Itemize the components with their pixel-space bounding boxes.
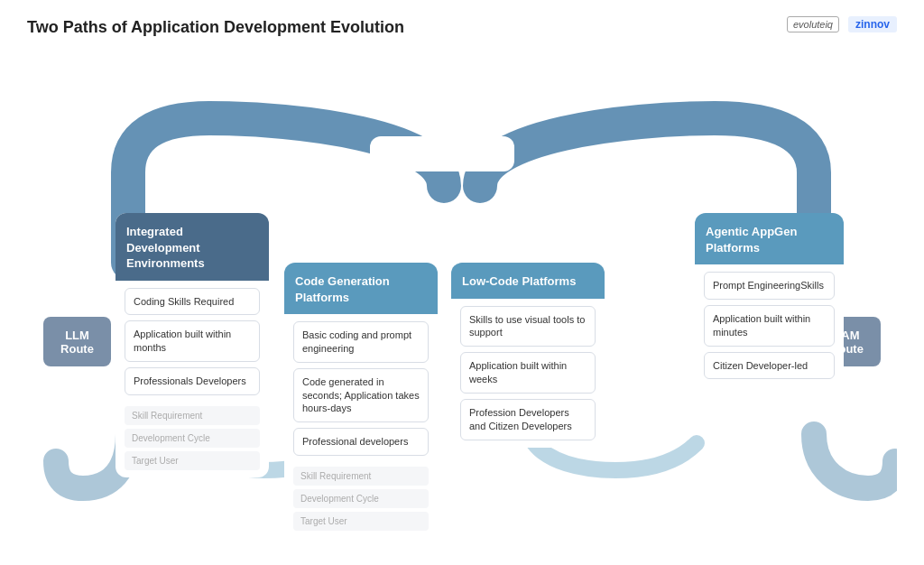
codegen-item-1: Code generated in seconds; Application t… <box>293 368 429 423</box>
codegen-header: Code Generation Platforms <box>284 263 438 314</box>
page-title: Two Paths of Application Development Evo… <box>27 18 897 37</box>
agentic-card: Agentic AppGen Platforms Prompt Engineer… <box>695 213 844 386</box>
agentic-item-0: Prompt EngineeringSkills <box>704 272 835 300</box>
ide-card: Integrated Development Environments Codi… <box>116 213 269 477</box>
ide-label-1: Development Cycle <box>125 429 260 448</box>
codegen-card: Code Generation Platforms Basic coding a… <box>284 263 438 538</box>
lowcode-items: Skills to use visual tools to support Ap… <box>451 299 605 448</box>
ide-item-1: Application built within months <box>125 320 260 362</box>
ide-header: Integrated Development Environments <box>116 213 269 281</box>
lowcode-item-0: Skills to use visual tools to support <box>460 306 596 347</box>
codegen-item-0: Basic coding and prompt engineering <box>293 321 429 363</box>
page: Two Paths of Application Development Evo… <box>0 0 924 565</box>
codegen-items: Basic coding and prompt engineering Code… <box>284 314 438 463</box>
ide-item-2: Professionals Developers <box>125 367 260 395</box>
llm-route-box: LLMRoute <box>43 317 111 366</box>
ide-items: Coding Skills Required Application built… <box>116 281 269 403</box>
agentic-items: Prompt EngineeringSkills Application bui… <box>695 264 844 386</box>
agentic-item-2: Citizen Developer-led <box>704 352 835 380</box>
ide-labels: Skill Requirement Development Cycle Targ… <box>116 403 269 477</box>
ide-label-2: Target User <box>125 451 260 470</box>
lowcode-card: Low-Code Platforms Skills to use visual … <box>451 263 605 448</box>
center-line1: Application <box>370 136 514 154</box>
ide-label-0: Skill Requirement <box>125 406 260 425</box>
codegen-label-0: Skill Requirement <box>293 467 429 486</box>
lowcode-header: Low-Code Platforms <box>451 263 605 299</box>
zinnov-logo: zinnov <box>848 16 897 32</box>
lowcode-item-1: Application built within weeks <box>460 352 596 394</box>
codegen-label-2: Target User <box>293 512 429 531</box>
agentic-header: Agentic AppGen Platforms <box>695 213 844 264</box>
llm-route-label: LLMRoute <box>60 329 94 356</box>
lowcode-item-2: Profession Developers and Citizen Develo… <box>460 399 596 440</box>
codegen-label-1: Development Cycle <box>293 489 429 508</box>
agentic-item-1: Application built within minutes <box>704 305 835 347</box>
evolute-logo: evoluteiq <box>787 16 839 32</box>
codegen-labels: Skill Requirement Development Cycle Targ… <box>284 463 438 538</box>
center-line2: Development <box>370 154 514 172</box>
ide-item-0: Coding Skills Required <box>125 288 260 316</box>
diagram: Application Development LLMRoute LAMRout… <box>27 46 897 551</box>
logos: evoluteiq zinnov <box>787 16 897 32</box>
center-appdev-box: Application Development <box>370 136 514 171</box>
codegen-item-2: Professional developers <box>293 428 429 456</box>
